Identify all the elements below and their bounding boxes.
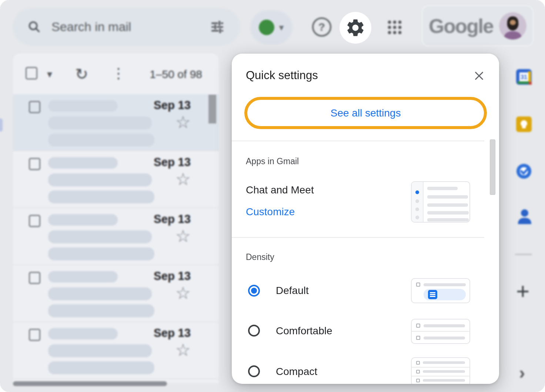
help-button[interactable]: ? <box>312 17 331 37</box>
email-row[interactable]: Sep 13 ☆ <box>13 208 219 265</box>
density-option-label: Compact <box>276 366 317 378</box>
apps-section-heading: Apps in Gmail <box>246 156 299 166</box>
email-date: Sep 13 <box>154 99 191 112</box>
more-options-icon[interactable]: ⋮ <box>111 65 126 81</box>
contacts-icon[interactable] <box>516 208 533 225</box>
email-date: Sep 13 <box>154 270 191 283</box>
sender-placeholder <box>48 271 118 283</box>
svg-text:31: 31 <box>521 74 527 80</box>
radio-compact[interactable] <box>248 365 260 377</box>
subject-placeholder <box>48 230 152 243</box>
expand-rail-icon[interactable]: › <box>519 364 525 382</box>
email-date: Sep 13 <box>154 213 191 226</box>
row-checkbox[interactable] <box>29 215 40 227</box>
star-icon[interactable]: ☆ <box>175 341 191 358</box>
email-rows: Sep 13 ☆ Sep 13 ☆ Sep 13 ☆ <box>13 94 219 379</box>
email-row[interactable]: Sep 13 ☆ <box>13 322 219 379</box>
list-toolbar: ▾ ↻ ⋮ 1–50 of 98 <box>13 53 219 94</box>
density-section-heading: Density <box>246 252 274 262</box>
row-checkbox[interactable] <box>29 158 40 170</box>
panel-title: Quick settings <box>246 69 318 82</box>
email-row[interactable]: Sep 13 ☆ <box>13 265 219 322</box>
close-icon[interactable] <box>473 70 485 82</box>
horizontal-scrollbar[interactable] <box>13 381 167 386</box>
subject-placeholder <box>48 344 152 357</box>
radio-comfortable[interactable] <box>248 325 260 337</box>
search-bar[interactable]: Search in mail <box>13 8 240 45</box>
document-icon <box>428 290 437 299</box>
sender-placeholder <box>48 328 118 339</box>
select-all-checkbox[interactable] <box>26 67 37 80</box>
list-scrollbar[interactable] <box>208 95 216 124</box>
sender-placeholder <box>48 214 118 226</box>
star-icon[interactable]: ☆ <box>175 114 191 131</box>
row-checkbox[interactable] <box>29 101 40 113</box>
select-dropdown-icon[interactable]: ▾ <box>47 68 52 80</box>
keep-icon[interactable] <box>515 116 532 133</box>
density-option-label: Comfortable <box>276 325 332 337</box>
divider <box>232 141 484 141</box>
chevron-down-icon: ▾ <box>279 23 284 32</box>
thumbnail-sidebar <box>412 182 424 222</box>
calendar-icon[interactable]: 31 <box>515 68 532 85</box>
comfortable-density-thumbnail <box>411 319 470 344</box>
panel-scrollbar[interactable] <box>490 139 495 195</box>
snippet-placeholder <box>48 361 154 374</box>
search-input[interactable]: Search in mail <box>51 20 210 34</box>
snippet-placeholder <box>48 304 154 317</box>
default-density-thumbnail <box>411 278 470 303</box>
see-all-settings-label: See all settings <box>331 107 401 119</box>
email-list-panel: ▾ ↻ ⋮ 1–50 of 98 Sep 13 ☆ <box>13 53 219 383</box>
rail-divider <box>515 254 532 255</box>
add-addon-icon[interactable]: + <box>516 280 529 303</box>
status-chip[interactable]: ▾ <box>250 10 292 44</box>
chat-meet-thumbnail <box>411 181 470 223</box>
star-icon[interactable]: ☆ <box>175 170 191 187</box>
radio-default[interactable] <box>248 285 260 297</box>
customize-link[interactable]: Customize <box>246 206 295 218</box>
email-date: Sep 13 <box>154 156 191 169</box>
help-icon: ? <box>318 21 325 33</box>
divider <box>232 237 484 238</box>
avatar[interactable] <box>499 12 526 40</box>
google-logo: Google <box>429 14 493 37</box>
sender-placeholder <box>48 100 118 112</box>
density-option-label: Default <box>276 285 309 297</box>
row-checkbox[interactable] <box>29 272 40 284</box>
snippet-placeholder <box>48 134 154 146</box>
email-row[interactable]: Sep 13 ☆ <box>13 151 219 208</box>
search-icon <box>27 20 42 34</box>
row-checkbox[interactable] <box>29 329 40 341</box>
subject-placeholder <box>48 116 152 129</box>
tasks-icon[interactable] <box>515 163 532 180</box>
see-all-settings-button[interactable]: See all settings <box>244 97 487 129</box>
chat-and-meet-label: Chat and Meet <box>246 184 314 196</box>
search-filter-icon[interactable] <box>210 19 225 35</box>
star-icon[interactable]: ☆ <box>175 284 191 301</box>
sender-placeholder <box>48 157 118 169</box>
gear-icon <box>345 17 366 38</box>
apps-grid-icon[interactable] <box>386 18 404 36</box>
snippet-placeholder <box>48 247 154 260</box>
account-chip[interactable]: Google <box>422 5 534 47</box>
refresh-icon[interactable]: ↻ <box>75 65 88 83</box>
status-available-dot <box>259 20 274 35</box>
subject-placeholder <box>48 173 152 186</box>
inbox-highlight-sliver <box>0 118 3 132</box>
email-row[interactable]: Sep 13 ☆ <box>13 94 219 151</box>
star-icon[interactable]: ☆ <box>175 227 191 244</box>
compact-density-thumbnail <box>411 357 470 384</box>
settings-button[interactable] <box>340 12 371 44</box>
email-date: Sep 13 <box>154 327 191 340</box>
snippet-placeholder <box>48 190 154 203</box>
gmail-window: Search in mail ▾ ? Google <box>0 0 545 392</box>
quick-settings-panel: Quick settings See all settings Apps in … <box>232 54 499 384</box>
pagination-range: 1–50 of 98 <box>150 68 202 81</box>
subject-placeholder <box>48 287 152 300</box>
